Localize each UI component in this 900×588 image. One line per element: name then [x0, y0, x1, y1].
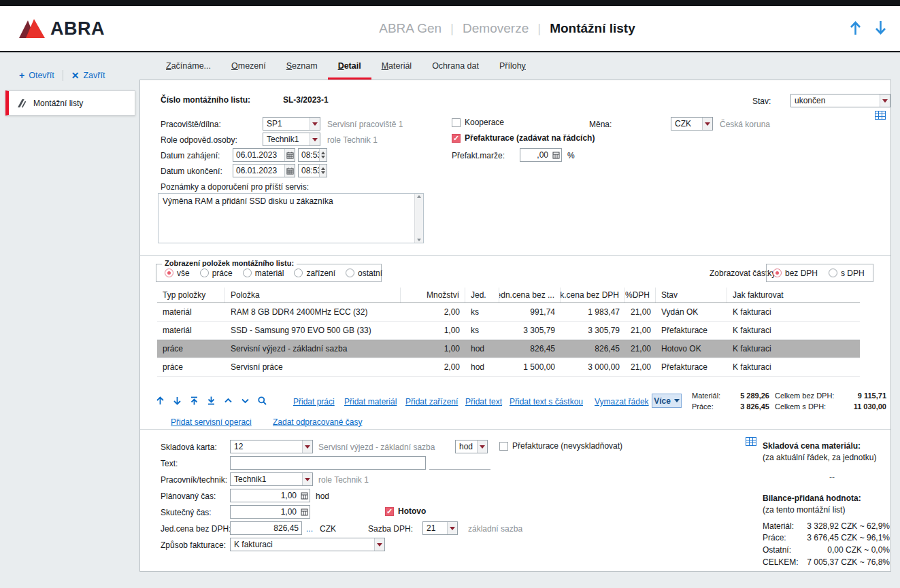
planned-time-input[interactable]: 1,00: [230, 489, 310, 502]
tab-detail[interactable]: Detail: [328, 54, 371, 80]
prefakturace-nevyskladnovat-checkbox[interactable]: Přefakturace (nevyskladňovat): [499, 441, 622, 451]
prefakturace-checkbox[interactable]: Přefakturace (zadávat na řádcích): [452, 133, 595, 143]
vat-rate-select[interactable]: 21: [422, 521, 458, 535]
margin-input[interactable]: ,00: [520, 148, 562, 162]
tab-seznam[interactable]: Seznam: [276, 54, 328, 80]
calculator-icon[interactable]: [299, 506, 310, 518]
filter-material-radio[interactable]: materiál: [243, 269, 284, 278]
start-date-input[interactable]: 06.01.2023: [233, 148, 295, 162]
add-text-link[interactable]: Přidat text: [465, 397, 502, 407]
tab-prilohy[interactable]: Přílohy: [489, 54, 536, 80]
search-icon[interactable]: [256, 394, 268, 407]
amounts-s-dph-radio[interactable]: s DPH: [829, 269, 865, 278]
notes-textarea[interactable]: Výměna RAM a přidání SSD disku u zákazní…: [158, 193, 424, 243]
unit-price-input[interactable]: 826,45: [230, 521, 302, 535]
currency-select[interactable]: CZK: [671, 117, 713, 131]
kooperace-checkbox[interactable]: Kooperace: [452, 118, 504, 127]
scrollbar[interactable]: [414, 194, 423, 243]
tab-material[interactable]: Materiál: [371, 54, 422, 80]
calendar-icon[interactable]: [284, 149, 295, 161]
filter-zarizeni-radio[interactable]: zařízení: [294, 269, 335, 278]
balance-row-material: Materiál:3 328,92 CZK ~ 62,9%: [763, 521, 890, 531]
scroll-up-icon[interactable]: [850, 20, 861, 38]
open-button[interactable]: + Otevřít: [19, 70, 54, 81]
column-header-dph[interactable]: %DPH: [625, 288, 656, 302]
chevron-down-icon[interactable]: [310, 133, 320, 145]
vat-rate-label: Sazba DPH:: [368, 524, 413, 534]
move-row-bottom-icon[interactable]: [205, 394, 217, 407]
time-spinner-icon[interactable]: [319, 149, 327, 161]
start-time-input[interactable]: 08:53: [298, 148, 327, 162]
worker-select[interactable]: Technik1: [230, 472, 313, 486]
chevron-down-icon[interactable]: [702, 118, 712, 130]
time-spinner-icon[interactable]: [319, 165, 327, 177]
chevron-down-icon[interactable]: [447, 522, 457, 534]
table-settings-icon[interactable]: [746, 437, 756, 448]
invoice-method-value: K fakturaci: [231, 538, 374, 551]
chevron-down-icon[interactable]: [374, 538, 384, 551]
delete-row-link[interactable]: Vymazat řádek: [595, 397, 649, 407]
workplace-label: Pracoviště/dílna:: [161, 120, 221, 129]
sidebar-item-montazni-listy[interactable]: Montážní listy: [5, 90, 135, 116]
table-row-selected[interactable]: práceServisní výjezd - základní sazba1,0…: [157, 340, 860, 358]
column-header-jedn-cena[interactable]: Jedn.cena bez ...: [499, 288, 561, 302]
move-row-up-icon[interactable]: [154, 394, 166, 407]
table-settings-icon[interactable]: [875, 111, 886, 122]
stock-price-title: Skladová cena materiálu:: [763, 441, 861, 451]
close-button[interactable]: ✕ Zavřít: [71, 70, 105, 81]
radio-icon: [294, 269, 303, 277]
add-service-operation-link[interactable]: Přidat servisní operaci: [171, 417, 252, 427]
move-row-down-icon[interactable]: [171, 394, 183, 407]
move-row-top-icon[interactable]: [188, 394, 200, 407]
expand-down-icon[interactable]: [239, 394, 251, 407]
column-header-mnozstvi[interactable]: Množství: [401, 288, 465, 302]
enter-worked-times-link[interactable]: Zadat odpracované časy: [273, 417, 362, 427]
stock-card-select[interactable]: 12: [230, 440, 313, 453]
amounts-filter-group: bez DPH s DPH: [766, 264, 873, 282]
tab-ochrana-dat[interactable]: Ochrana dat: [422, 54, 489, 80]
chevron-down-icon[interactable]: [302, 440, 312, 453]
collapse-up-icon[interactable]: [222, 394, 234, 407]
add-work-link[interactable]: Přidat práci: [293, 397, 335, 407]
chevron-down-icon[interactable]: [477, 440, 487, 453]
column-header-typ-polozky[interactable]: Typ položky: [157, 288, 225, 302]
tab-omezeni[interactable]: Omezení: [221, 54, 276, 80]
calendar-icon[interactable]: [284, 165, 295, 177]
hotovo-checkbox[interactable]: Hotovo: [385, 506, 426, 516]
more-button[interactable]: Více: [652, 394, 682, 408]
end-time-input[interactable]: 08:53: [298, 164, 327, 177]
add-material-link[interactable]: Přidat materiál: [344, 397, 397, 407]
table-row[interactable]: materiálRAM 8 GB DDR4 2400MHz ECC (32)2,…: [157, 303, 860, 322]
price-more-button[interactable]: ...: [306, 524, 313, 534]
column-header-stav[interactable]: Stav: [656, 288, 727, 302]
column-header-jed[interactable]: Jed.: [465, 288, 499, 302]
filter-ostatni-radio[interactable]: ostatní: [346, 269, 382, 278]
actual-time-input[interactable]: 1,00: [230, 505, 310, 519]
summary-total-excl-value: 9 115,71: [843, 392, 886, 400]
table-row[interactable]: materiálSSD - Samsung 970 EVO 500 GB (33…: [157, 322, 860, 340]
chevron-down-icon[interactable]: [302, 473, 312, 485]
invoice-method-select[interactable]: K fakturaci: [230, 538, 385, 551]
column-header-polozka[interactable]: Položka: [225, 288, 401, 302]
tab-zaciname[interactable]: Začínáme...: [156, 54, 221, 80]
table-row[interactable]: práceServisní práce2,00hod1 500,003 000,…: [157, 358, 860, 377]
end-date-input[interactable]: 06.01.2023: [233, 164, 295, 177]
calculator-icon[interactable]: [299, 489, 310, 502]
filter-prace-radio[interactable]: práce: [200, 269, 233, 278]
state-select[interactable]: ukončen: [790, 94, 890, 107]
chevron-down-icon[interactable]: [880, 94, 890, 107]
scroll-down-icon[interactable]: [875, 20, 886, 38]
filter-vse-radio[interactable]: vše: [165, 269, 190, 278]
invoice-method-label: Způsob fakturace:: [161, 540, 226, 550]
unit-select[interactable]: hod: [455, 440, 488, 453]
workplace-select[interactable]: SP1: [263, 117, 320, 131]
amounts-bez-dph-radio[interactable]: bez DPH: [773, 269, 818, 278]
column-header-jak-fakturovat[interactable]: Jak fakturovat: [727, 288, 860, 302]
calculator-icon[interactable]: [551, 149, 561, 161]
add-text-amount-link[interactable]: Přidat text s částkou: [510, 397, 583, 407]
role-select[interactable]: Technik1: [263, 133, 320, 146]
chevron-down-icon[interactable]: [310, 118, 320, 130]
column-header-celk-cena[interactable]: Celk.cena bez DPH: [561, 288, 625, 302]
text-input[interactable]: [230, 456, 426, 470]
add-device-link[interactable]: Přidat zařízení: [405, 397, 458, 407]
